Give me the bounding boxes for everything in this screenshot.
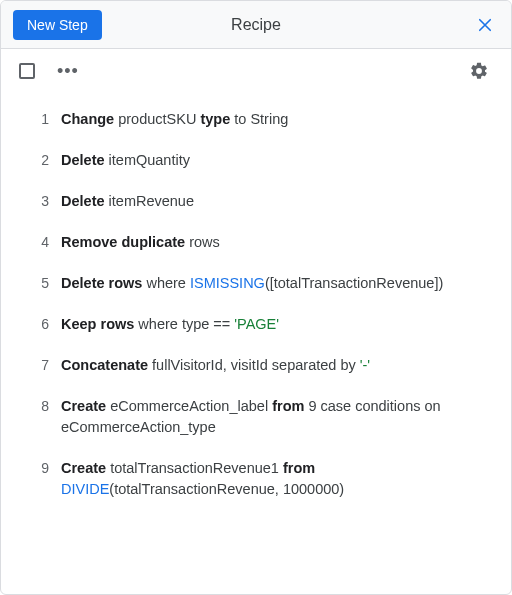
recipe-step[interactable]: 8Create eCommerceAction_label from 9 cas… [11,386,501,448]
close-button[interactable] [471,11,499,39]
recipe-step[interactable]: 7Concatenate fullVisitorId, visitId sepa… [11,345,501,386]
step-number: 1 [17,109,61,130]
recipe-step[interactable]: 9Create totalTransactionRevenue1 from DI… [11,448,501,510]
step-description: Change productSKU type to String [61,109,495,130]
step-number: 9 [17,458,61,500]
step-description: Remove duplicate rows [61,232,495,253]
more-icon: ••• [57,61,79,81]
step-number: 8 [17,396,61,438]
step-number: 6 [17,314,61,335]
recipe-step[interactable]: 6Keep rows where type == 'PAGE' [11,304,501,345]
new-step-button[interactable]: New Step [13,10,102,40]
recipe-toolbar: ••• [1,49,511,93]
panel-header: New Step Recipe [1,1,511,49]
step-number: 2 [17,150,61,171]
recipe-steps-list: 1Change productSKU type to String2Delete… [1,93,511,594]
recipe-step[interactable]: 2Delete itemQuantity [11,140,501,181]
recipe-step[interactable]: 1Change productSKU type to String [11,99,501,140]
step-description: Concatenate fullVisitorId, visitId separ… [61,355,495,376]
step-description: Delete itemQuantity [61,150,495,171]
settings-button[interactable] [465,57,493,85]
recipe-step[interactable]: 3Delete itemRevenue [11,181,501,222]
step-description: Delete rows where ISMISSING([totalTransa… [61,273,495,294]
close-icon [476,16,494,34]
step-number: 5 [17,273,61,294]
more-actions-button[interactable]: ••• [53,63,83,80]
recipe-step[interactable]: 4Remove duplicate rows [11,222,501,263]
step-description: Delete itemRevenue [61,191,495,212]
step-number: 7 [17,355,61,376]
step-description: Create eCommerceAction_label from 9 case… [61,396,495,438]
recipe-step[interactable]: 5Delete rows where ISMISSING([totalTrans… [11,263,501,304]
gear-icon [469,61,489,81]
step-description: Create totalTransactionRevenue1 from DIV… [61,458,495,500]
step-number: 4 [17,232,61,253]
step-description: Keep rows where type == 'PAGE' [61,314,495,335]
select-all-checkbox[interactable] [19,63,35,79]
step-number: 3 [17,191,61,212]
recipe-panel: New Step Recipe ••• 1Change productSKU t… [0,0,512,595]
